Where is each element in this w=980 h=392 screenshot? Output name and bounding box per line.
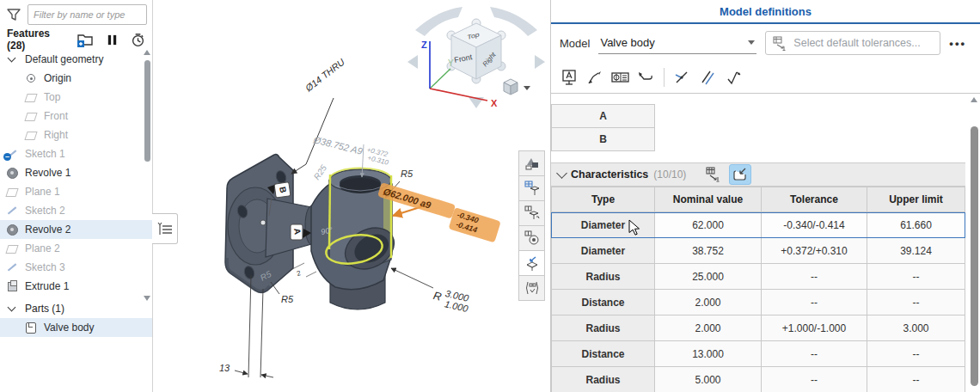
parts-section-header[interactable]: Parts (1) <box>0 299 152 318</box>
cell-upper-limit: -- <box>867 290 965 315</box>
model-select-value: Valve body <box>600 36 654 49</box>
features-flyout-toggle[interactable] <box>152 213 178 244</box>
feature-tree-item[interactable]: Right <box>0 126 152 144</box>
dimension-r25[interactable]: R25 <box>312 162 329 181</box>
scroll-up-icon[interactable] <box>144 50 150 55</box>
cell-nominal-value: 2.000 <box>655 290 762 315</box>
scroll-up-icon[interactable] <box>971 97 977 102</box>
surface-finish-tool-button[interactable] <box>720 65 746 89</box>
cell-tolerance: +0.372/+0.310 <box>762 238 867 264</box>
characteristics-header[interactable]: Characteristics (10/10) <box>551 162 965 187</box>
feature-tree-item[interactable]: Sketch 2 <box>0 201 152 220</box>
cell-nominal-value: 2.000 <box>655 315 762 341</box>
datum-label: A <box>599 110 607 122</box>
view-options-button[interactable] <box>504 79 530 95</box>
intersection-dimension-tool-button[interactable] <box>669 65 695 89</box>
feature-tree-item-label: Sketch 3 <box>25 261 65 273</box>
feature-tree-item[interactable]: Revolve 1 <box>0 163 152 182</box>
more-options-button[interactable]: ••• <box>949 37 971 50</box>
characteristic-row[interactable]: Distance 13.000 -- -- <box>551 341 965 367</box>
column-header-upper-limit[interactable]: Upper limit <box>867 187 965 212</box>
tab-model-definitions[interactable]: Model definitions <box>720 5 812 18</box>
dimension-r3-r1[interactable]: R 3.000 1.000 <box>391 268 472 314</box>
geometric-tolerance-tool-button[interactable] <box>608 65 634 89</box>
cell-tolerance: -- <box>762 264 867 290</box>
cell-tolerance: -- <box>762 367 867 392</box>
dimension-table-button[interactable] <box>703 165 724 184</box>
capture-characteristics-button[interactable] <box>729 164 751 185</box>
parallel-dimension-tool-button[interactable] <box>695 65 720 89</box>
leader-dimension-tool-button[interactable] <box>582 65 608 89</box>
select-default-tolerances-button[interactable]: Select default tolerances... <box>765 31 940 55</box>
feature-tree-item-label: Origin <box>44 72 71 84</box>
characteristic-row[interactable]: Radius 2.000 +1.000/-1.000 3.000 <box>551 315 965 341</box>
dimension-sketch-2[interactable]: 2 <box>292 263 316 278</box>
feature-tree-item[interactable]: Plane 2 <box>0 239 152 258</box>
rotate-right-arrow-icon <box>490 7 537 36</box>
feature-tree-item-label: Sketch 2 <box>25 205 65 217</box>
column-header-tolerance[interactable]: Tolerance <box>762 187 867 212</box>
feature-tree-item[interactable]: Plane 1 <box>0 182 152 201</box>
scrollbar-thumb[interactable] <box>144 60 150 162</box>
feature-tree-item[interactable]: Front <box>0 107 152 126</box>
characteristic-row[interactable]: Radius 5.000 -- -- <box>551 367 965 392</box>
feature-tree-item-label: Front <box>44 110 68 122</box>
dimension-62-highlighted[interactable]: Ø62.000 a9 -0.340 -0.414 <box>375 182 502 242</box>
cell-upper-limit: -- <box>867 341 965 367</box>
feature-tree-scrollbar[interactable] <box>144 50 151 301</box>
feature-tree-item[interactable]: Revolve 2 <box>0 220 152 239</box>
feature-tree-list: Default geometry Origin Top Front <box>0 50 152 296</box>
plane-icon <box>5 185 19 199</box>
suspend-pause-icon[interactable] <box>104 31 119 48</box>
feature-tree-item[interactable]: Extrude 1 <box>0 277 152 296</box>
characteristic-row[interactable]: Distance 2.000 -- -- <box>551 290 965 315</box>
extrude-icon <box>5 279 19 293</box>
feature-tree-item[interactable]: Top <box>0 88 152 107</box>
export-definition-button[interactable] <box>518 250 545 276</box>
part-list-item[interactable]: Valve body <box>0 318 152 337</box>
scroll-down-icon[interactable] <box>144 296 150 301</box>
scrollbar-thumb[interactable] <box>971 126 978 386</box>
shortcut-keys-button[interactable] <box>518 275 545 301</box>
panel-scrollbar[interactable] <box>970 97 979 389</box>
characteristic-row[interactable]: Radius 25.000 -- -- <box>551 264 965 290</box>
feature-tree-item[interactable]: Sketch 1 <box>0 144 152 163</box>
datum-row[interactable]: A <box>551 105 655 128</box>
column-header-type[interactable]: Type <box>551 187 655 212</box>
feature-tree-item[interactable]: Default geometry <box>0 50 152 69</box>
feature-tree-item-label: Revolve 1 <box>25 167 70 179</box>
feature-tree-item-label: Plane 1 <box>25 186 60 198</box>
model-select[interactable]: Valve body <box>598 33 756 54</box>
pan-right-arrow-icon <box>535 55 545 69</box>
filter-icon[interactable] <box>5 6 22 23</box>
datum-feature-tool-button[interactable] <box>556 65 582 89</box>
filter-input[interactable] <box>28 4 147 25</box>
view-cube[interactable]: Top Front Right <box>407 7 545 108</box>
characteristics-table: Type Nominal value Tolerance Upper limit… <box>551 187 965 392</box>
column-header-nominal[interactable]: Nominal value <box>655 187 762 212</box>
model-grid-view-button[interactable] <box>518 175 545 201</box>
rotate-left-arrow-icon <box>415 7 462 36</box>
feature-tree-item[interactable]: Sketch 3 <box>0 258 152 277</box>
feature-tree-item[interactable]: Origin <box>0 69 152 88</box>
svg-text:Y: Y <box>448 58 454 68</box>
datum-row[interactable]: B <box>551 128 655 151</box>
dimension-14-thru[interactable]: Ø14 THRU <box>291 57 346 174</box>
rollback-history-icon[interactable] <box>130 31 145 48</box>
plane-icon <box>24 109 38 123</box>
cell-upper-limit: 39.124 <box>867 238 965 264</box>
cell-upper-limit: -- <box>867 264 965 290</box>
graphics-viewport[interactable]: Ø14 THRU Ø38.752 A9 +0.372 +0.310 R25 R5 <box>153 0 550 392</box>
annotated-view-button[interactable] <box>518 200 545 226</box>
insert-folder-icon[interactable] <box>77 31 94 48</box>
cell-nominal-value: 13.000 <box>655 341 762 367</box>
model-label: Model <box>560 37 590 50</box>
bent-leader-tool-button[interactable] <box>634 65 659 89</box>
characteristic-row[interactable]: Diameter 62.000 -0.340/-0.414 61.660 <box>551 212 965 238</box>
characteristic-row[interactable]: Diameter 38.752 +0.372/+0.310 39.124 <box>551 238 965 264</box>
characteristics-count: (10/10) <box>653 168 686 181</box>
cell-type: Radius <box>551 264 655 290</box>
appearance-button[interactable] <box>518 150 545 176</box>
svg-text:2: 2 <box>296 269 302 278</box>
datum-target-view-button[interactable] <box>518 225 545 251</box>
